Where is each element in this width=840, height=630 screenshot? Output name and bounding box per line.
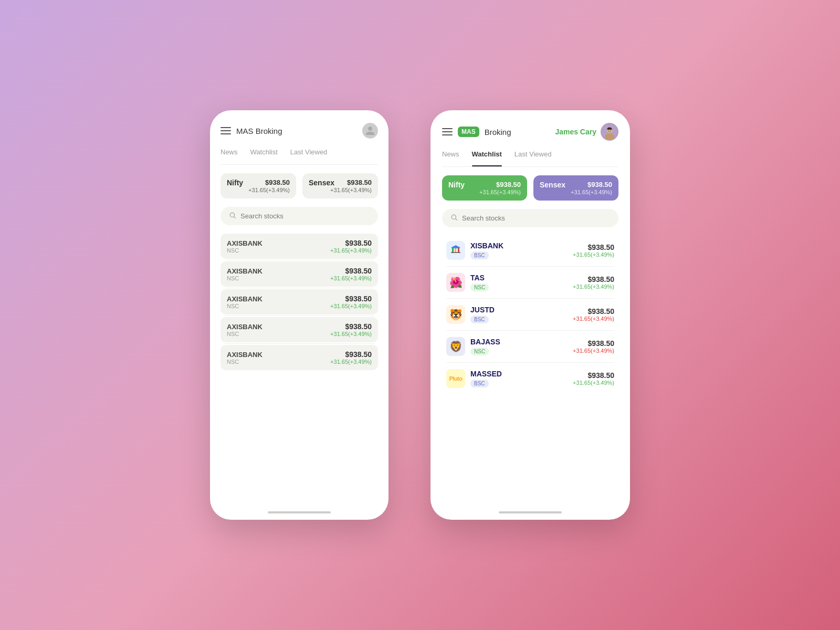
tab-news-right[interactable]: News [442, 150, 459, 161]
stock-exchange-left-4: NSC [227, 359, 330, 365]
tab-watchlist-right[interactable]: Watchlist [472, 150, 502, 161]
avatar-left[interactable] [362, 123, 378, 139]
stock-change-left-2: +31.65(+3.49%) [330, 303, 372, 309]
tab-watchlist-left[interactable]: Watchlist [250, 148, 278, 159]
app-title-left: MAS Broking [236, 127, 282, 135]
hamburger-icon[interactable] [220, 127, 231, 134]
sensex-card-right[interactable]: Sensex $938.50 +31.65(+3.49%) [533, 175, 618, 201]
stock-info-right-3: BAJASS NSC [470, 338, 568, 355]
stock-badge-right-3: NSC [470, 348, 489, 355]
stock-price-left-0: $938.50 [330, 239, 372, 247]
search-bar-right[interactable] [442, 209, 618, 227]
stock-change-right-3: +31.65(+3.49%) [573, 348, 614, 354]
stock-list-left: AXISBANK NSC $938.50 +31.65(+3.49%) AXIS… [220, 234, 378, 370]
stock-change-left-3: +31.65(+3.49%) [330, 331, 372, 337]
stock-pricing-right-4: $938.50 +31.65(+3.49%) [573, 371, 614, 386]
stock-change-left-4: +31.65(+3.49%) [330, 359, 372, 365]
right-index-cards: Nifty $938.50 +31.65(+3.49%) Sensex $938… [442, 175, 618, 201]
sensex-price-right: $938.50 [587, 181, 612, 188]
svg-point-5 [608, 130, 609, 131]
tab-lastviewed-right[interactable]: Last Viewed [514, 150, 552, 161]
stock-row-right-2[interactable]: 🐯 JUSTD BSC $938.50 +31.65(+3.49%) [442, 300, 618, 329]
stock-row-right-0[interactable]: XISBANK BSC $938.50 +31.65(+3.49%) [442, 236, 618, 265]
stock-change-left-0: +31.65(+3.49%) [330, 247, 372, 254]
stock-exchange-left-1: NSC [227, 275, 330, 281]
stock-row-right-4[interactable]: Pluto MASSED BSC $938.50 +31.65(+3.49%) [442, 364, 618, 393]
right-phone: MAS Broking James Cary News [430, 110, 630, 520]
stock-name-right-3: BAJASS [470, 338, 568, 346]
left-header-left: MAS Broking [220, 127, 282, 135]
stock-name-left-3: AXISBANK [227, 323, 330, 331]
stock-row-right-1[interactable]: 🌺 TAS NSC $938.50 +31.65(+3.49%) [442, 268, 618, 297]
stock-change-right-4: +31.65(+3.49%) [573, 380, 614, 386]
stock-badge-right-1: NSC [470, 284, 489, 291]
svg-line-8 [456, 219, 457, 220]
nifty-change-right: +31.65(+3.49%) [448, 189, 521, 195]
sensex-name-right: Sensex [540, 181, 565, 189]
nifty-price-left: $938.50 [265, 178, 290, 186]
stock-pricing-left-4: $938.50 +31.65(+3.49%) [330, 350, 372, 365]
stock-price-right-4: $938.50 [573, 371, 614, 380]
stock-name-right-1: TAS [470, 274, 568, 282]
stock-row-left-0[interactable]: AXISBANK NSC $938.50 +31.65(+3.49%) [220, 234, 378, 259]
stock-name-right-0: XISBANK [470, 242, 568, 250]
stock-pricing-right-2: $938.50 +31.65(+3.49%) [573, 307, 614, 322]
stock-info-left-0: AXISBANK NSC [227, 239, 330, 254]
stock-row-left-4[interactable]: AXISBANK NSC $938.50 +31.65(+3.49%) [220, 345, 378, 370]
stock-change-right-2: +31.65(+3.49%) [573, 316, 614, 322]
stock-price-right-2: $938.50 [573, 307, 614, 316]
stock-exchange-left-2: NSC [227, 303, 330, 309]
stock-row-left-3[interactable]: AXISBANK NSC $938.50 +31.65(+3.49%) [220, 317, 378, 342]
stock-pricing-right-3: $938.50 +31.65(+3.49%) [573, 339, 614, 354]
stock-row-left-2[interactable]: AXISBANK NSC $938.50 +31.65(+3.49%) [220, 289, 378, 314]
stock-pricing-left-0: $938.50 +31.65(+3.49%) [330, 239, 372, 254]
svg-rect-11 [458, 248, 459, 253]
svg-rect-9 [452, 248, 454, 253]
right-header-left: MAS Broking [442, 127, 511, 137]
stock-list-right: XISBANK BSC $938.50 +31.65(+3.49%) 🌺 TAS… [442, 236, 618, 393]
stock-badge-right-0: BSC [470, 251, 489, 259]
search-bar-left[interactable] [220, 207, 378, 225]
stock-info-left-1: AXISBANK NSC [227, 267, 330, 281]
nifty-name-left: Nifty [227, 178, 243, 187]
stock-name-left-0: AXISBANK [227, 239, 330, 247]
nifty-change-left: +31.65(+3.49%) [227, 187, 290, 193]
sensex-name-left: Sensex [309, 178, 334, 187]
search-input-left[interactable] [240, 212, 370, 220]
stock-name-left-4: AXISBANK [227, 351, 330, 359]
svg-rect-10 [455, 248, 456, 253]
stock-exchange-left-0: NSC [227, 247, 330, 254]
stock-info-right-0: XISBANK BSC [470, 242, 568, 259]
hamburger-icon-right[interactable] [442, 128, 453, 135]
search-icon-left [229, 212, 236, 220]
stock-logo-right-0 [446, 241, 465, 260]
stock-pricing-left-2: $938.50 +31.65(+3.49%) [330, 295, 372, 309]
tab-lastviewed-left[interactable]: Last Viewed [290, 148, 328, 159]
stock-price-left-3: $938.50 [330, 322, 372, 331]
stock-logo-right-2: 🐯 [446, 305, 465, 324]
right-header: MAS Broking James Cary [442, 123, 618, 141]
user-info-right: James Cary [555, 123, 618, 141]
nifty-name-right: Nifty [448, 181, 465, 189]
user-name-right: James Cary [555, 128, 596, 136]
stock-pricing-left-1: $938.50 +31.65(+3.49%) [330, 267, 372, 281]
right-nav-tabs: News Watchlist Last Viewed [442, 150, 618, 167]
stock-name-left-2: AXISBANK [227, 295, 330, 303]
stock-badge-right-4: BSC [470, 380, 489, 387]
nifty-card-left[interactable]: Nifty $938.50 +31.65(+3.49%) [220, 173, 296, 198]
stock-row-left-1[interactable]: AXISBANK NSC $938.50 +31.65(+3.49%) [220, 261, 378, 287]
search-input-right[interactable] [462, 214, 610, 222]
stock-info-left-3: AXISBANK NSC [227, 323, 330, 337]
avatar-right[interactable] [601, 123, 618, 141]
tab-news-left[interactable]: News [220, 148, 238, 159]
stock-price-left-4: $938.50 [330, 350, 372, 359]
svg-point-6 [610, 130, 611, 131]
left-phone: MAS Broking News Watchlist Last Viewed N… [210, 110, 388, 520]
nifty-card-right[interactable]: Nifty $938.50 +31.65(+3.49%) [442, 175, 527, 201]
stock-logo-right-4: Pluto [446, 369, 465, 388]
sensex-card-left[interactable]: Sensex $938.50 +31.65(+3.49%) [302, 173, 378, 198]
stock-info-left-2: AXISBANK NSC [227, 295, 330, 309]
stock-pricing-left-3: $938.50 +31.65(+3.49%) [330, 322, 372, 337]
home-indicator-right [499, 511, 562, 513]
stock-row-right-3[interactable]: 🦁 BAJASS NSC $938.50 +31.65(+3.49%) [442, 332, 618, 361]
